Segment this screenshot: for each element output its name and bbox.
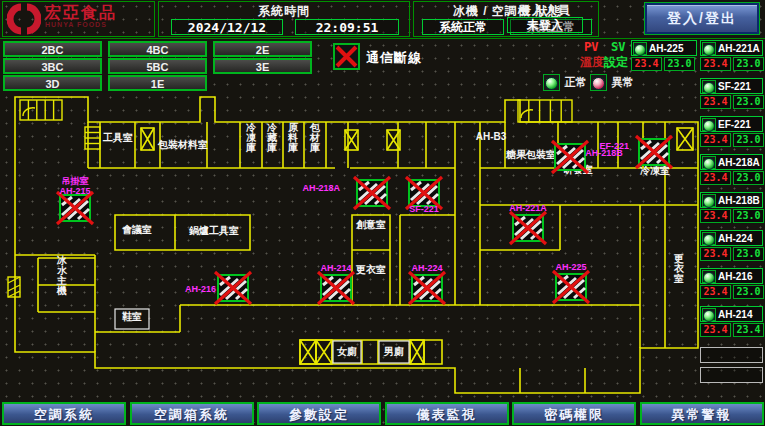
hatch-box (8, 277, 20, 297)
abnormal-label: 異常 (611, 76, 633, 88)
stairwell-x-icon (141, 128, 154, 150)
room-label: AH-B3 (476, 131, 507, 142)
hunya-logo-icon (7, 3, 41, 35)
ahu-tag-label: AH-218A (302, 183, 340, 193)
comm-fail-label: 通信斷線 (366, 49, 422, 67)
logo-box: 宏亞食品 HUNYA FOODS (2, 1, 155, 37)
ahu-device-icon[interactable] (354, 177, 390, 209)
login-status-value: 未登入 (507, 17, 583, 33)
unit-name-label: AH-221A (718, 43, 760, 54)
ahu-tag-label: 吊掛室 (62, 176, 89, 186)
room-label: 鍋爐工具室 (188, 225, 239, 236)
ahu-device-icon[interactable] (57, 192, 93, 224)
room-label: 會議室 (122, 224, 152, 235)
ahu-tag-label: SF-221 (409, 204, 439, 214)
nav-button-3[interactable]: 儀表監視 (385, 402, 509, 425)
unit-row-featured[interactable]: AH-225 (631, 40, 697, 56)
room-label: 冷凍室 (640, 165, 670, 176)
zone-button-3e[interactable]: 3E (213, 58, 312, 74)
abnormal-legend: 異常 (590, 73, 633, 91)
stairwell-x-icon (410, 340, 424, 364)
normal-legend: 正常 (543, 73, 586, 91)
room-label: 冷藏庫 (266, 122, 278, 153)
setting-label: 設定 (604, 55, 628, 69)
unit-values-featured: 23.4 23.0 (631, 57, 695, 71)
header-spacer (602, 1, 640, 37)
room-label: 女廁 (336, 346, 357, 357)
stairwell-x-icon (300, 340, 316, 364)
zone-button-2e[interactable]: 2E (213, 41, 312, 57)
stairwell-x-icon (345, 130, 358, 150)
ahu-device-icon[interactable] (409, 272, 445, 304)
unit-lamp-icon (702, 80, 716, 93)
zone-button-3bc[interactable]: 3BC (3, 58, 102, 74)
room-label: 更衣室 (673, 253, 685, 284)
sv-label: SV (611, 40, 625, 54)
nav-button-2[interactable]: 參數設定 (257, 402, 381, 425)
nav-button-1[interactable]: 空調箱系統 (130, 402, 254, 425)
unit-pv-value: 23.4 (631, 57, 662, 71)
temp-setting-label: 溫度設定 (580, 54, 628, 71)
nav-button-4[interactable]: 密碼權限 (512, 402, 636, 425)
ahu-tag-label: AH-214 (320, 263, 351, 273)
ahu-device-icon[interactable] (552, 141, 588, 173)
room-label: 包裝材料室 (157, 139, 208, 150)
room-label: 更衣室 (356, 264, 386, 275)
ahu-tag-label: AH-225 (555, 262, 586, 272)
ahu-device-icon[interactable] (553, 271, 589, 303)
nav-button-0[interactable]: 空調系統 (2, 402, 126, 425)
zone-button-4bc[interactable]: 4BC (108, 41, 207, 57)
ahu-device-icon[interactable] (636, 136, 672, 168)
ahu-device-icon[interactable] (510, 212, 546, 244)
unit-lamp-icon (633, 42, 647, 55)
system-clock-value: 22:09:51 (295, 19, 399, 35)
zone-button-5bc[interactable]: 5BC (108, 58, 207, 74)
temp-label: 溫度 (580, 55, 604, 69)
unit-sv-value: 23.0 (664, 57, 695, 71)
ahu-device-icon[interactable] (318, 272, 354, 304)
nav-button-5[interactable]: 異常警報 (640, 402, 764, 425)
ahu-tag-label: EF-221 (599, 141, 629, 151)
ahu-device-icon[interactable] (215, 272, 251, 304)
room-label: 冰水主機 (56, 255, 68, 296)
room-label: 鞋室 (122, 311, 142, 322)
logo-subtext: HUNYA FOODS (45, 21, 117, 28)
stairwell-x-icon (677, 128, 693, 150)
unit-pv-value: 23.4 (700, 57, 731, 71)
floorplan-map: 工具室包裝材料室冷凍庫冷藏庫原料庫包材庫AH-B3糖果包裝室研發室冷凍室會議室鍋… (0, 92, 765, 400)
label-frames (115, 309, 409, 363)
ahu-tag-label: AH-215 (59, 186, 90, 196)
stairwell-x-boxes (141, 128, 693, 364)
zone-button-3d[interactable]: 3D (3, 75, 102, 91)
zone-button-1e[interactable]: 1E (108, 75, 207, 91)
room-label: 工具室 (102, 132, 133, 143)
ahu-tag-label: AH-221A (509, 203, 547, 213)
hmi-screen: 宏亞食品 HUNYA FOODS 系統時間 2024/12/12 22:09:5… (0, 0, 765, 426)
ahu-tag-label: AH-224 (411, 263, 442, 273)
system-date-value: 2024/12/12 (171, 19, 283, 35)
unit-row-ah-221a[interactable]: AH-221A (700, 40, 763, 56)
unit-name-label: SF-221 (718, 81, 751, 92)
stairwell-x-icon (316, 340, 332, 364)
stairs-icon (518, 100, 572, 122)
room-label: 原料庫 (287, 122, 299, 153)
unit-lamp-icon (702, 42, 716, 55)
unit-sv-value: 23.0 (733, 57, 764, 71)
zone-button-2bc[interactable]: 2BC (3, 41, 102, 57)
room-label: 糖果包裝室 (505, 149, 556, 160)
room-label: 男廁 (383, 346, 404, 357)
normal-label: 正常 (564, 76, 586, 88)
pv-label: PV (584, 40, 598, 54)
room-label: 創意室 (355, 219, 386, 230)
room-label: 冷凍庫 (245, 122, 257, 153)
comm-fail-icon (333, 43, 360, 70)
header-divider (0, 38, 765, 39)
login-logout-button[interactable]: 登入/登出 (645, 3, 759, 34)
normal-lamp-icon (543, 74, 560, 91)
system-time-panel: 系統時間 2024/12/12 22:09:51 (158, 1, 410, 37)
logo-text: 宏亞食品 (45, 5, 117, 21)
system-time-label: 系統時間 (219, 3, 349, 20)
room-label: 包材庫 (309, 122, 321, 153)
stairs-icon (20, 100, 62, 120)
unit-name-label: AH-225 (649, 43, 683, 54)
